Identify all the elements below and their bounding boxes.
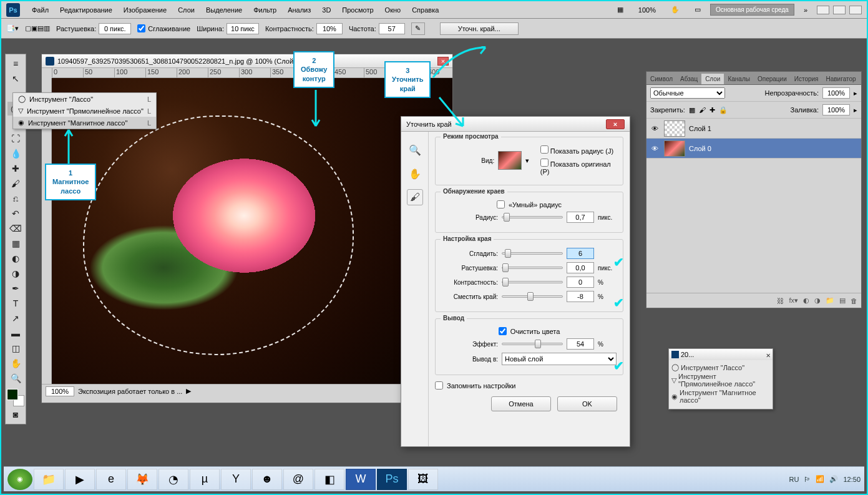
visibility-icon[interactable]: 👁 [649, 125, 660, 132]
fill-input[interactable] [822, 104, 850, 115]
tb-utorrent-icon[interactable]: µ [190, 469, 220, 490]
tool-preset-icon[interactable]: 📑▾ [6, 24, 19, 32]
tray-time[interactable]: 12:50 [843, 476, 861, 483]
feather-input[interactable] [99, 23, 131, 34]
menu-help[interactable]: Справка [406, 6, 444, 14]
folder-icon[interactable]: 📁 [826, 297, 834, 305]
layer-row[interactable]: 👁 Слой 0 [646, 139, 861, 159]
eraser-tool[interactable]: ⌫ [7, 222, 24, 235]
pen-pressure-icon[interactable]: ✎ [411, 22, 425, 35]
contrast-slider[interactable] [502, 281, 563, 283]
type-tool[interactable]: T [7, 297, 24, 310]
dialog-close-icon[interactable]: × [606, 119, 625, 129]
tb-picture-icon[interactable]: 🖼 [408, 469, 438, 490]
move-tool[interactable]: ↖ [7, 72, 24, 86]
tab-navigator[interactable]: Навигатор [822, 74, 860, 84]
tab-paragraph[interactable]: Абзац [676, 74, 701, 84]
path-tool[interactable]: ↗ [7, 311, 24, 325]
lasso-item-lasso[interactable]: ◯Инструмент "Лассо"L [13, 93, 156, 105]
lock-all-icon[interactable]: 🔒 [719, 106, 728, 114]
trash-icon[interactable]: 🗑 [851, 297, 857, 305]
lock-pixels-icon[interactable]: 🖌 [699, 106, 706, 114]
tray-flag-icon[interactable]: 🏳 [804, 476, 811, 483]
layer-name[interactable]: Слой 1 [689, 125, 711, 132]
lock-transparency-icon[interactable]: ▩ [689, 106, 695, 114]
blur-tool[interactable]: ◐ [7, 252, 24, 265]
tb-ie-icon[interactable]: e [96, 469, 126, 490]
tab-actions[interactable]: Операции [754, 74, 791, 84]
menu-select[interactable]: Выделение [200, 6, 248, 14]
pen-tool[interactable]: ✒ [7, 282, 24, 295]
refine-edge-button[interactable]: Уточн. край... [440, 22, 519, 35]
view-thumb[interactable] [498, 151, 522, 170]
doc-zoom-input[interactable] [46, 386, 74, 396]
tray-lang[interactable]: RU [789, 476, 799, 483]
brush-tool[interactable]: 🖌 [7, 177, 24, 190]
radius-slider[interactable] [502, 216, 563, 218]
tray-net-icon[interactable]: 📶 [816, 475, 824, 483]
doc-status-arrow-icon[interactable]: ▶ [186, 387, 191, 395]
tb-agent-icon[interactable]: ☻ [252, 469, 282, 490]
lasso-item-magnetic[interactable]: ◉Инструмент "Магнитное лассо"L [13, 117, 156, 129]
ok-button[interactable]: OK [557, 396, 617, 411]
lasso-item-poly[interactable]: ▽Инструмент "Прямолинейное лассо"L [13, 105, 156, 117]
fx-icon[interactable]: fx▾ [789, 297, 798, 305]
menu-window[interactable]: Окно [379, 6, 407, 14]
tb-yandex-icon[interactable]: Y [221, 469, 251, 490]
tb-explorer-icon[interactable]: 📁 [34, 469, 64, 490]
mask-icon[interactable]: ◐ [803, 297, 809, 305]
tab-channels[interactable]: Каналы [724, 74, 754, 84]
cancel-button[interactable]: Отмена [491, 396, 551, 411]
mini-close-icon[interactable]: ⨉ [766, 351, 770, 359]
tb-app-icon[interactable]: ◧ [315, 469, 344, 490]
adjustment-icon[interactable]: ◑ [814, 297, 821, 305]
workspace-button[interactable]: Основная рабочая среда [710, 4, 794, 16]
antialias-checkbox[interactable] [137, 24, 145, 32]
shape-tool[interactable]: ▬ [7, 326, 24, 340]
shift-input[interactable] [567, 291, 594, 302]
heal-tool[interactable]: ✚ [7, 162, 24, 175]
smart-radius-checkbox[interactable] [497, 200, 505, 208]
layer-row[interactable]: 👁 Слой 1 [646, 119, 861, 139]
dialog-titlebar[interactable]: Уточнить край × [401, 117, 630, 132]
decontaminate-checkbox[interactable] [499, 327, 507, 335]
start-button[interactable]: ◉ [7, 469, 32, 490]
gradient-tool[interactable]: ▦ [7, 237, 24, 250]
doc-close-icon[interactable]: × [437, 57, 449, 66]
frequency-input[interactable] [379, 23, 405, 34]
launch-bridge-icon[interactable]: ▦ [612, 6, 629, 14]
crop-tool[interactable]: ⛶ [7, 132, 24, 145]
menu-layers[interactable]: Слои [172, 6, 200, 14]
show-original-checkbox[interactable] [540, 159, 549, 167]
tb-mail-icon[interactable]: @ [283, 469, 313, 490]
window-close-icon[interactable] [849, 6, 862, 14]
effect-slider[interactable] [502, 343, 563, 345]
tb-photoshop-icon[interactable]: Ps [377, 469, 407, 490]
show-radius-checkbox[interactable] [540, 145, 549, 154]
stamp-tool[interactable]: ⎌ [7, 192, 24, 205]
new-layer-icon[interactable]: ▤ [839, 297, 846, 305]
shift-slider[interactable] [502, 295, 563, 298]
menu-image[interactable]: Изображение [118, 6, 172, 14]
eyedropper-tool[interactable]: 💧 [7, 147, 24, 160]
zoom-tool[interactable]: 🔍 [7, 371, 24, 385]
menu-edit[interactable]: Редактирование [54, 6, 118, 14]
hand-icon[interactable]: ✋ [407, 165, 423, 182]
menu-analysis[interactable]: Анализ [282, 6, 316, 14]
tb-firefox-icon[interactable]: 🦊 [127, 469, 157, 490]
lock-position-icon[interactable]: ✚ [710, 106, 715, 114]
workspace-more-icon[interactable]: » [798, 6, 813, 14]
hand-icon[interactable]: ✋ [665, 6, 685, 14]
tab-layers[interactable]: Слои [701, 74, 724, 84]
smooth-slider[interactable] [502, 252, 563, 255]
contrast-input[interactable] [316, 23, 343, 34]
menu-view[interactable]: Просмотр [336, 6, 379, 14]
selection-mode-icons[interactable]: ▢▣▤▥ [25, 24, 50, 32]
smooth-input[interactable] [567, 248, 594, 259]
opacity-input[interactable] [822, 87, 850, 99]
window-max-icon[interactable] [833, 6, 846, 14]
feather-input-dlg[interactable] [567, 262, 594, 273]
tab-history[interactable]: История [791, 74, 822, 84]
mini-window[interactable]: 20...⨉ ◯Инструмент "Лассо" ▽Инструмент "… [668, 348, 773, 409]
menu-filter[interactable]: Фильтр [248, 6, 282, 14]
